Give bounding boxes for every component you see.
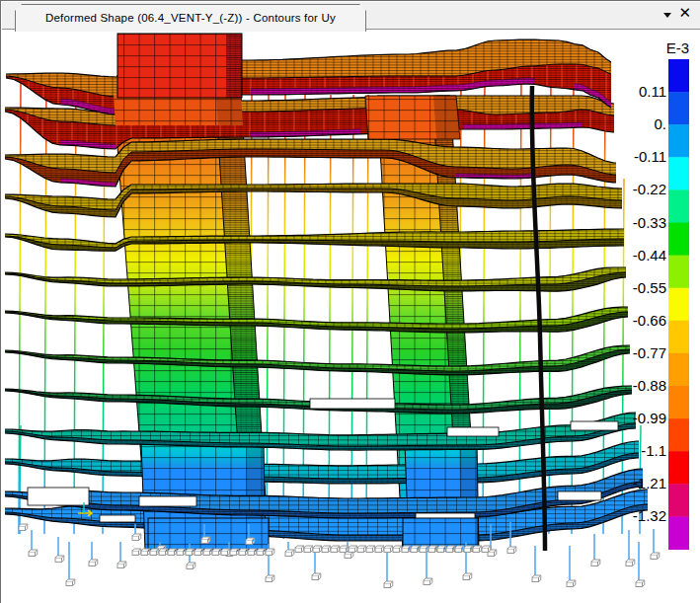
- svg-text:-0.22: -0.22: [633, 181, 666, 197]
- svg-text:-0.11: -0.11: [634, 148, 666, 165]
- svg-text:0.: 0.: [654, 115, 666, 132]
- svg-text:-0.66: -0.66: [633, 312, 666, 329]
- svg-text:-0.44: -0.44: [633, 247, 666, 264]
- svg-text:-0.33: -0.33: [633, 214, 666, 231]
- svg-text:-0.77: -0.77: [633, 344, 666, 361]
- svg-text:0.11: 0.11: [639, 83, 666, 100]
- svg-text:-1.32: -1.32: [633, 507, 666, 524]
- svg-text:-1.1: -1.1: [641, 442, 666, 459]
- svg-text:-1.21: -1.21: [633, 475, 666, 491]
- svg-text:-0.88: -0.88: [633, 377, 666, 394]
- svg-text:-0.55: -0.55: [633, 279, 666, 296]
- svg-text:-0.99: -0.99: [633, 410, 666, 426]
- svg-text:E-3: E-3: [666, 39, 689, 56]
